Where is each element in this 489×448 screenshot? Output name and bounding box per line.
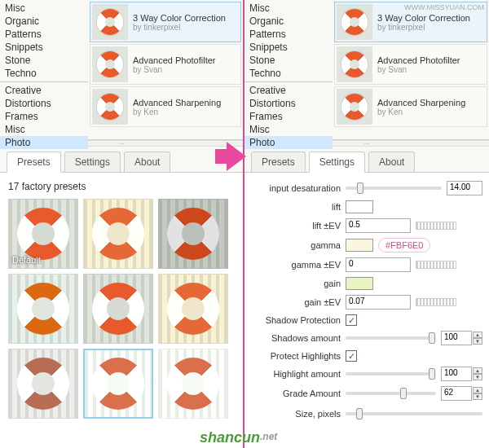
tab-presets[interactable]: Presets (7, 152, 61, 173)
preset-cell[interactable] (158, 349, 228, 419)
value-gamma-ev[interactable]: 0 (346, 257, 411, 272)
filter-title: Advanced Photofilter (377, 55, 460, 65)
filter-author: by Svan (133, 65, 216, 74)
sidebar-item-distortions[interactable]: Distortions (244, 97, 333, 110)
label-size-pixels: Size, pixels (251, 409, 341, 419)
stepper-gain-ev[interactable] (416, 298, 456, 306)
sidebar-item-patterns[interactable]: Patterns (244, 28, 333, 41)
preset-cell[interactable] (8, 349, 78, 419)
label-gamma: gamma (251, 240, 341, 250)
sidebar-item-snippets[interactable]: Snippets (244, 41, 333, 54)
filter-thumb (92, 46, 128, 82)
transition-arrow-icon (227, 142, 246, 171)
label-lift: lift (251, 202, 341, 212)
sidebar-item-misc[interactable]: Misc (0, 2, 88, 15)
filter-row[interactable]: Advanced Sharpening by Ken (90, 86, 241, 127)
tab-settings[interactable]: Settings (309, 152, 365, 173)
sidebar-item-techno[interactable]: Techno (0, 67, 88, 80)
category-sidebar: Misc Organic Patterns Snippets Stone Tec… (0, 0, 88, 139)
preset-cell[interactable] (83, 199, 153, 269)
watermark-url: WWW.MISSYUAN.COM (404, 3, 484, 11)
spinner-shadows[interactable]: ▲▼ (473, 332, 482, 345)
sidebar-item-organic[interactable]: Organic (244, 15, 333, 28)
sidebar-item-frames[interactable]: Frames (244, 110, 333, 123)
filter-row[interactable]: Advanced Photofilter by Svan (90, 44, 241, 85)
preset-cell[interactable] (158, 199, 228, 269)
sidebar-item-misc[interactable]: Misc (244, 2, 333, 15)
sidebar-item-frames[interactable]: Frames (0, 110, 88, 123)
stepper-gamma-ev[interactable] (416, 261, 456, 269)
preset-cell[interactable] (8, 274, 78, 344)
category-sidebar: Misc Organic Patterns Snippets Stone Tec… (244, 0, 333, 139)
sidebar-item-misc2[interactable]: Misc (0, 123, 88, 136)
filter-thumb (92, 89, 128, 125)
filter-title: Advanced Photofilter (133, 55, 216, 65)
filter-row[interactable]: 3 Way Color Correction by tinkerpixel (90, 2, 241, 42)
sidebar-item-photo[interactable]: Photo (0, 136, 88, 149)
filter-list: 3 Way Color Correction by tinkerpixel Ad… (333, 0, 489, 139)
tab-bar: Presets Settings About (244, 147, 489, 173)
slider-grade-amount[interactable] (346, 392, 436, 395)
preset-cell[interactable] (83, 274, 153, 344)
label-shadows-amount: Shadows amount (251, 333, 341, 343)
filter-thumb (337, 46, 372, 82)
preset-cell[interactable] (158, 274, 228, 344)
stepper-lift-ev[interactable] (416, 222, 456, 230)
label-input-desaturation: input desaturation (251, 183, 341, 193)
filter-title: Advanced Sharpening (133, 98, 221, 108)
slider-input-desaturation[interactable] (346, 187, 442, 190)
sidebar-item-stone[interactable]: Stone (0, 54, 88, 67)
tab-settings[interactable]: Settings (64, 152, 121, 172)
tab-about[interactable]: About (124, 152, 170, 172)
label-gamma-ev: gamma ±EV (251, 260, 341, 270)
filter-thumb (92, 4, 128, 40)
sidebar-item-misc2[interactable]: Misc (244, 123, 333, 136)
filter-title: 3 Way Color Correction (133, 13, 226, 23)
swatch-gamma[interactable] (346, 239, 373, 252)
sidebar-item-snippets[interactable]: Snippets (0, 41, 88, 54)
gamma-color-hint: #FBF6E0 (378, 238, 430, 253)
sidebar-item-patterns[interactable]: Patterns (0, 28, 88, 41)
slider-shadows-amount[interactable] (346, 336, 436, 340)
value-highlight-amount[interactable]: 100 (441, 367, 472, 381)
watermark-bottom: shancun.net (200, 429, 277, 446)
value-input-desaturation[interactable]: 14.00 (447, 181, 482, 195)
label-lift-ev: lift ±EV (251, 221, 341, 231)
spinner-grade[interactable]: ▲▼ (473, 387, 482, 400)
filter-author: by Ken (133, 108, 221, 116)
label-grade-amount: Grade Amount (251, 389, 341, 398)
swatch-gain[interactable] (346, 277, 373, 290)
filter-thumb (337, 89, 372, 125)
sidebar-item-photo[interactable]: Photo (244, 136, 333, 149)
checkbox-protect-highlights[interactable]: ✓ (346, 350, 357, 362)
sidebar-item-distortions[interactable]: Distortions (0, 97, 88, 110)
slider-highlight-amount[interactable] (346, 372, 436, 376)
preset-cell[interactable] (83, 349, 153, 419)
filter-thumb (337, 4, 372, 40)
value-gain-ev[interactable]: 0.07 (346, 295, 411, 310)
filter-title: 3 Way Color Correction (377, 13, 470, 23)
filter-row[interactable]: Advanced Photofilter by Svan (334, 44, 487, 85)
tab-presets[interactable]: Presets (251, 152, 306, 172)
sidebar-item-stone[interactable]: Stone (244, 54, 333, 67)
slider-size-pixels[interactable] (346, 412, 482, 415)
value-grade-amount[interactable]: 62 (441, 386, 472, 401)
tab-bar: Presets Settings About (0, 147, 243, 173)
swatch-lift[interactable] (346, 200, 373, 213)
spinner-highlight[interactable]: ▲▼ (473, 367, 482, 380)
sidebar-divider (244, 81, 333, 82)
tab-about[interactable]: About (368, 152, 415, 172)
sidebar-item-techno[interactable]: Techno (244, 67, 333, 80)
value-lift-ev[interactable]: 0.5 (346, 218, 411, 233)
filter-author: by tinkerpixel (377, 23, 470, 32)
sidebar-item-organic[interactable]: Organic (0, 15, 88, 28)
label-protect-highlights: Protect Highlights (251, 351, 341, 361)
preset-cell[interactable]: Default (8, 199, 78, 269)
sidebar-item-creative[interactable]: Creative (244, 84, 333, 97)
value-shadows-amount[interactable]: 100 (441, 331, 472, 345)
sidebar-item-creative[interactable]: Creative (0, 84, 88, 97)
checkbox-shadow-protection[interactable]: ✓ (346, 314, 357, 326)
label-shadow-protection: Shadow Protection (251, 315, 341, 325)
filter-row[interactable]: Advanced Sharpening by Ken (334, 86, 487, 127)
label-gain: gain (251, 279, 341, 288)
